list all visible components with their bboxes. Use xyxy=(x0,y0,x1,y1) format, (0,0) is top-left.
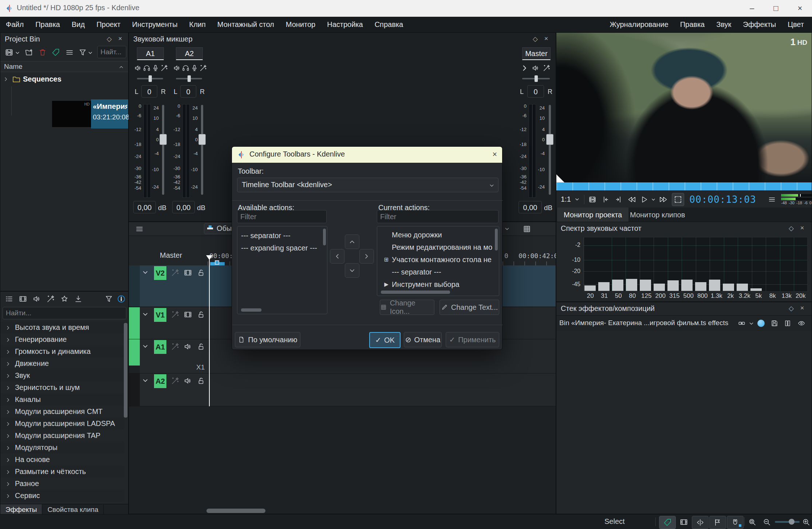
menu-item[interactable]: Инструменты xyxy=(126,17,184,32)
tab-project-monitor[interactable]: Монитор проекта xyxy=(557,208,628,222)
current-action-row[interactable]: ⊞Участок монтажного стола не xyxy=(377,253,499,266)
minimize-button[interactable]: – xyxy=(740,0,764,17)
expand-chevron-icon[interactable] xyxy=(5,323,15,332)
show-all-effects-icon[interactable] xyxy=(5,295,13,303)
available-action-row[interactable]: --- expanding spacer --- xyxy=(237,242,327,254)
tab-clip-properties[interactable]: Свойства клипа xyxy=(42,504,104,515)
fader-handle[interactable] xyxy=(159,134,167,145)
expand-chevron-icon[interactable] xyxy=(3,76,9,82)
track-v2-badge[interactable]: V2 xyxy=(154,266,166,280)
zoom-fit-icon[interactable] xyxy=(748,518,757,526)
snap-button[interactable] xyxy=(727,516,744,529)
dialog-titlebar[interactable]: Configure Toolbars - Kdenlive × xyxy=(232,147,502,163)
audio-effects-icon[interactable] xyxy=(32,295,41,303)
current-action-row[interactable]: ▶Инструмент выбора xyxy=(377,278,499,291)
toolbar-overflow-chevron-icon[interactable] xyxy=(504,226,510,232)
close-panel-icon[interactable]: × xyxy=(798,224,807,232)
color-dot-icon[interactable] xyxy=(757,320,765,327)
current-h-scrollbar[interactable] xyxy=(381,291,450,294)
move-left-button[interactable] xyxy=(330,249,344,264)
pan-handle[interactable] xyxy=(188,75,191,82)
create-folder-icon[interactable] xyxy=(24,48,33,57)
zoom-out-icon[interactable] xyxy=(762,518,771,526)
effect-category-row[interactable]: Модуляторы xyxy=(0,442,124,454)
lock-track-icon[interactable] xyxy=(197,310,205,319)
name-column-header[interactable]: Name xyxy=(0,61,128,72)
monitor-zoom-level[interactable]: 1:1 xyxy=(561,195,571,204)
record-mic-icon[interactable] xyxy=(151,64,159,72)
effects-wand-icon[interactable] xyxy=(543,64,551,72)
expand-chevron-icon[interactable] xyxy=(5,383,15,392)
collapse-chevron-icon[interactable] xyxy=(142,377,149,384)
markers-button[interactable] xyxy=(709,516,726,529)
hide-video-icon[interactable] xyxy=(184,268,192,277)
change-icon-button[interactable]: Change Icon... xyxy=(380,300,434,315)
strip-a1-tab[interactable]: A1 xyxy=(137,47,164,60)
save-effect-icon[interactable] xyxy=(770,319,779,327)
monitor-seekbar[interactable] xyxy=(556,182,812,190)
effect-category-row[interactable]: Движение xyxy=(0,358,124,370)
balance-value[interactable]: 0 xyxy=(180,85,196,98)
monitor-headphones-icon[interactable] xyxy=(182,64,190,72)
filter-effects-icon[interactable] xyxy=(105,295,113,303)
effect-category-row[interactable]: Звук xyxy=(0,370,124,382)
fast-forward-icon[interactable] xyxy=(659,195,667,204)
tab-effects[interactable]: Эффекты xyxy=(0,504,42,515)
clip-selection[interactable]: «Империя- Екатер 03:21:20:08 xyxy=(91,99,128,129)
effect-category-row[interactable]: Размытие и чёткость xyxy=(0,466,124,478)
current-action-row[interactable]: Режим редактирования на мо xyxy=(377,241,499,253)
mute-icon[interactable] xyxy=(134,64,142,72)
playhead-line[interactable] xyxy=(209,255,210,406)
effects-search-input[interactable] xyxy=(3,307,126,319)
strip-a2-tab[interactable]: A2 xyxy=(176,47,203,60)
current-v-scrollbar[interactable] xyxy=(495,229,498,250)
collapse-chevron-icon[interactable] xyxy=(142,311,149,317)
monitor-timecode[interactable]: 00:00:13:03 xyxy=(689,194,756,205)
pan-handle[interactable] xyxy=(149,75,152,82)
track-v2-header[interactable]: V2 xyxy=(140,265,208,307)
current-action-row[interactable]: Меню дорожки xyxy=(377,229,499,241)
effect-category-row[interactable]: Модули расширения CMT xyxy=(0,406,124,418)
expand-chevron-icon[interactable] xyxy=(5,347,15,356)
move-up-button[interactable] xyxy=(345,234,359,249)
menu-item[interactable]: Звук xyxy=(710,17,737,32)
balance-value[interactable]: 0 xyxy=(141,85,157,98)
compare-icon[interactable] xyxy=(784,319,792,327)
show-effects-eye-icon[interactable] xyxy=(797,319,805,327)
timeline-h-scrollbar[interactable] xyxy=(206,509,265,513)
available-action-row[interactable]: --- separator --- xyxy=(237,229,327,242)
track-a2-body[interactable] xyxy=(208,374,556,406)
add-clip-chevron-icon[interactable] xyxy=(15,50,20,55)
effect-category-row[interactable]: На основе xyxy=(0,454,124,466)
fader-track[interactable] xyxy=(201,105,203,195)
timeline-zoom-slider[interactable] xyxy=(775,521,800,523)
mixed-view-icon[interactable] xyxy=(523,225,531,233)
expand-chevron-icon[interactable] xyxy=(5,479,15,488)
filter-chevron-icon[interactable] xyxy=(88,50,93,55)
filter-icon[interactable] xyxy=(78,48,87,57)
lock-track-icon[interactable] xyxy=(197,342,205,351)
track-a1-header[interactable]: A1 X1 xyxy=(140,339,208,373)
rewind-icon[interactable] xyxy=(628,195,636,204)
collapse-chevron-icon[interactable] xyxy=(521,64,529,72)
effect-category-row[interactable]: Громкость и динамика xyxy=(0,346,124,358)
track-a1-indicator[interactable] xyxy=(129,339,140,366)
track-a2-indicator[interactable] xyxy=(129,374,140,406)
available-h-scrollbar[interactable] xyxy=(241,308,261,312)
track-effects-icon[interactable] xyxy=(171,268,180,277)
timecode-spinner-icon[interactable] xyxy=(758,195,764,204)
level-db-value[interactable]: 0,00 xyxy=(172,201,195,213)
track-v1-badge[interactable]: V1 xyxy=(154,308,166,322)
menu-item[interactable]: Проект xyxy=(91,17,126,32)
video-effects-icon[interactable] xyxy=(19,295,27,303)
zoom-chevron-icon[interactable] xyxy=(575,197,580,202)
mute-track-icon[interactable] xyxy=(184,342,192,351)
move-right-button[interactable] xyxy=(359,249,374,264)
sequences-folder-row[interactable]: Sequences xyxy=(0,73,128,86)
menu-item[interactable]: Цвет xyxy=(782,17,810,32)
monitor-menu-icon[interactable] xyxy=(768,195,776,204)
timeline-menu-icon[interactable] xyxy=(135,225,144,233)
track-effects-icon[interactable] xyxy=(171,376,180,385)
expand-chevron-icon[interactable] xyxy=(5,359,15,368)
menu-item[interactable]: Монитор xyxy=(280,17,321,32)
